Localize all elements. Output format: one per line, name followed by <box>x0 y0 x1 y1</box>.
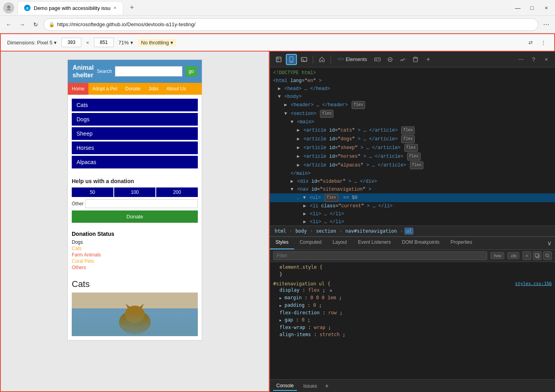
sources-tool[interactable] <box>385 54 396 65</box>
console-tool[interactable] <box>299 54 310 65</box>
zoom-selector[interactable]: 71% ▾ <box>119 40 133 46</box>
animal-item-sheep[interactable]: Sheep <box>72 127 198 140</box>
panel-collapse[interactable]: ∨ <box>544 237 555 249</box>
bc-nav[interactable]: nav#sitenavigation <box>344 228 398 235</box>
user-avatar[interactable] <box>3 2 14 13</box>
donate-button[interactable]: Donate <box>72 210 198 223</box>
new-tab-button[interactable]: + <box>126 2 138 13</box>
tab-styles[interactable]: Styles <box>270 237 294 249</box>
inspect-style-icon[interactable] <box>543 251 552 260</box>
add-style-icon[interactable]: + <box>522 251 531 260</box>
bc-html[interactable]: html <box>273 228 288 235</box>
styles-source-link[interactable]: styles.css:156 <box>515 281 552 286</box>
dom-article-dogs[interactable]: ▶ <article id="dogs" > … </article> flex <box>270 135 555 143</box>
dom-sidebar[interactable]: ▶ <div id="sidebar" > … </div> <box>270 178 555 185</box>
console-tab[interactable]: Console <box>273 381 297 391</box>
donation-50[interactable]: 50 <box>72 187 113 197</box>
height-input[interactable] <box>94 38 114 47</box>
devtools-close-button[interactable]: × <box>541 54 552 65</box>
minimize-button[interactable]: — <box>512 2 523 13</box>
donation-200[interactable]: 200 <box>156 187 198 197</box>
device-dropdown-icon: ▾ <box>54 40 57 46</box>
close-button[interactable]: × <box>541 2 552 13</box>
donation-100[interactable]: 100 <box>114 187 156 197</box>
nav-about[interactable]: About Us <box>163 83 190 95</box>
dom-li-2[interactable]: ▶ <li> … </li> <box>270 210 555 218</box>
dom-section[interactable]: ▼ <section> flex <box>270 109 555 118</box>
go-button[interactable]: go <box>186 66 197 76</box>
tab-computed[interactable]: Computed <box>294 237 327 249</box>
nav-donate[interactable]: Donate <box>121 83 145 95</box>
dom-nav[interactable]: ▼ <nav id="sitenavigation" > <box>270 185 555 193</box>
device-selector[interactable]: Dimensions: Pixel 5 ▾ <box>7 40 57 46</box>
other-amount-input[interactable] <box>85 199 198 208</box>
forward-button[interactable]: → <box>17 19 28 30</box>
home-tool[interactable] <box>316 54 327 65</box>
dom-li-3[interactable]: ▶ <li> … </li> <box>270 218 555 226</box>
address-url[interactable]: https://microsoftedge.github.io/Demos/de… <box>57 21 533 27</box>
tab-title: Demo page with accessibility issu <box>34 5 111 11</box>
dom-li-current[interactable]: ▶ <li class="current" > … </li> <box>270 202 555 210</box>
dom-article-sheep[interactable]: ▶ <article id="sheep" > … </article> fle… <box>270 143 555 152</box>
dom-article-alpacas[interactable]: ▶ <article id="alpacas" > … </article> f… <box>270 161 555 170</box>
device-toolbar: Dimensions: Pixel 5 ▾ × 71% ▾ No throttl… <box>0 33 555 51</box>
gap-triangle-icon[interactable]: ▶ <box>279 318 281 322</box>
cls-filter-button[interactable]: .cls <box>507 252 520 259</box>
dom-main-close[interactable]: </main> <box>270 170 555 178</box>
dom-article-cats[interactable]: ▶ <article id="cats" > … </article> flex <box>270 126 555 135</box>
flex-triangle-icon[interactable]: ⊞ <box>330 289 332 293</box>
add-tool[interactable]: + <box>423 54 434 65</box>
bc-ul[interactable]: ul <box>404 228 413 235</box>
back-button[interactable]: ← <box>3 19 14 30</box>
dom-header[interactable]: ▶ <header> … </header> flex <box>270 101 555 109</box>
settings-icon[interactable]: ⋯ <box>515 54 526 65</box>
add-panel-button[interactable]: + <box>325 382 329 390</box>
styles-filter-input[interactable] <box>273 251 487 260</box>
browser-tab[interactable]: e Demo page with accessibility issu × <box>17 1 123 15</box>
network-tool[interactable] <box>372 54 383 65</box>
help-icon[interactable]: ? <box>528 54 539 65</box>
dom-ul[interactable]: … ▼ <ul> flex == $0 <box>270 193 555 202</box>
dom-head[interactable]: ▶ <head> … </head> <box>270 85 555 93</box>
browser-settings-button[interactable]: ⋯ <box>541 19 552 30</box>
address-bar[interactable]: 🔒 https://microsoftedge.github.io/Demos/… <box>44 18 538 31</box>
device-emulation-tool[interactable] <box>286 54 297 65</box>
animal-item-alpacas[interactable]: Alpacas <box>72 156 198 168</box>
padding-triangle-icon[interactable]: ▶ <box>279 304 281 308</box>
dom-tree[interactable]: <!DOCTYPE html> <html lang="en" > ▶ <hea… <box>270 67 555 226</box>
more-options-icon[interactable]: ⋮ <box>538 38 548 47</box>
bc-body[interactable]: body <box>294 228 308 235</box>
issues-tab[interactable]: Issues <box>300 382 320 390</box>
tab-event-listeners[interactable]: Event Listeners <box>352 237 396 249</box>
rotate-icon[interactable]: ⇄ <box>526 38 535 47</box>
dom-doctype[interactable]: <!DOCTYPE html> <box>270 69 555 77</box>
maximize-button[interactable]: □ <box>526 2 538 13</box>
width-input[interactable] <box>61 38 81 47</box>
dom-html[interactable]: <html lang="en" > <box>270 77 555 85</box>
inspect-tool[interactable] <box>273 54 284 65</box>
nav-home[interactable]: Home <box>68 83 88 95</box>
throttle-selector[interactable]: No throttling ▾ <box>138 39 176 46</box>
tab-dom-breakpoints[interactable]: DOM Breakpoints <box>396 237 445 249</box>
animal-item-cats[interactable]: Cats <box>72 99 198 111</box>
copy-style-icon[interactable] <box>533 251 542 260</box>
dom-main[interactable]: ▼ <main> <box>270 118 555 126</box>
tab-properties[interactable]: Properties <box>445 237 478 249</box>
bc-section[interactable]: section <box>314 228 338 235</box>
search-input[interactable] <box>115 66 182 76</box>
dom-body-open[interactable]: ▼ <body> <box>270 93 555 101</box>
memory-tool[interactable] <box>410 54 421 65</box>
refresh-button[interactable]: ↻ <box>30 19 41 30</box>
elements-panel-tab[interactable]: </> Elements <box>334 55 370 64</box>
dom-article-horses[interactable]: ▶ <article id="horses" > … </article> fl… <box>270 152 555 161</box>
tab-close-button[interactable]: × <box>114 5 117 11</box>
tab-layout[interactable]: Layout <box>327 237 352 249</box>
margin-triangle-icon[interactable]: ▶ <box>279 296 281 300</box>
animal-item-horses[interactable]: Horses <box>72 142 198 154</box>
hov-filter-button[interactable]: :hov <box>490 252 504 259</box>
nav-adopt[interactable]: Adopt a Pet <box>88 83 121 95</box>
nav-jobs[interactable]: Jobs <box>144 83 162 95</box>
svg-rect-11 <box>375 58 380 61</box>
animal-item-dogs[interactable]: Dogs <box>72 113 198 126</box>
performance-tool[interactable] <box>397 54 408 65</box>
